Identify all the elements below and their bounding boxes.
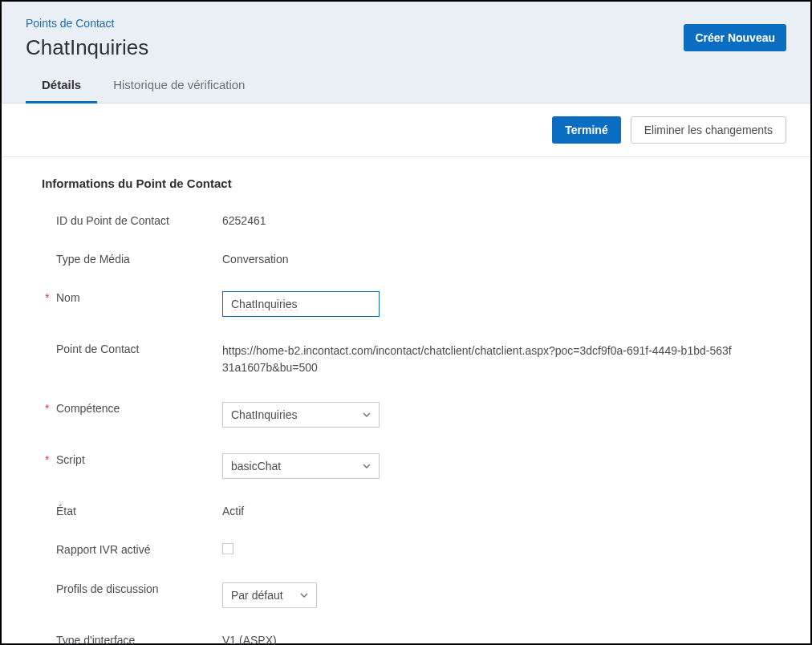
label-poc-url: Point de Contact xyxy=(42,339,222,355)
label-script: Script xyxy=(42,450,222,466)
chevron-down-icon xyxy=(363,464,371,469)
done-button[interactable]: Terminé xyxy=(552,116,620,144)
label-state: État xyxy=(42,501,222,517)
field-row-media-type: Type de Média Conversation xyxy=(42,249,770,266)
label-poc-id: ID du Point de Contact xyxy=(42,211,222,227)
field-row-interface: Type d'interface V1 (ASPX) xyxy=(42,631,770,645)
field-row-name: Nom xyxy=(42,288,770,317)
action-bar: Terminé Eliminer les changements xyxy=(2,103,810,157)
field-row-skill: Compétence ChatInquiries xyxy=(42,399,770,428)
label-interface: Type d'interface xyxy=(42,631,222,645)
skill-select[interactable]: ChatInquiries xyxy=(222,402,380,428)
value-media-type: Conversation xyxy=(222,249,736,266)
tab-details[interactable]: Détails xyxy=(26,68,97,103)
field-row-profile: Profils de discussion Par défaut xyxy=(42,579,770,608)
form-section: Informations du Point de Contact ID du P… xyxy=(2,157,810,645)
chevron-down-icon xyxy=(300,593,308,598)
label-ivr: Rapport IVR activé xyxy=(42,540,222,556)
profile-select[interactable]: Par défaut xyxy=(222,582,317,608)
breadcrumb-link[interactable]: Points de Contact xyxy=(26,17,115,30)
value-poc-url: https://home-b2.incontact.com/incontact/… xyxy=(222,339,736,376)
label-profile: Profils de discussion xyxy=(42,579,222,595)
label-media-type: Type de Média xyxy=(42,249,222,266)
script-select-value: basicChat xyxy=(231,460,281,473)
field-row-state: État Actif xyxy=(42,501,770,517)
script-select[interactable]: basicChat xyxy=(222,453,380,479)
field-row-script: Script basicChat xyxy=(42,450,770,479)
field-row-poc-id: ID du Point de Contact 6252461 xyxy=(42,211,770,227)
discard-button[interactable]: Eliminer les changements xyxy=(631,116,786,144)
page-header: Points de Contact ChatInquiries Créer No… xyxy=(2,2,810,68)
value-state: Actif xyxy=(222,501,736,517)
field-row-ivr: Rapport IVR activé xyxy=(42,540,770,557)
tab-bar: Détails Historique de vérification xyxy=(2,68,810,103)
label-name: Nom xyxy=(42,288,222,304)
skill-select-value: ChatInquiries xyxy=(231,408,298,421)
profile-select-value: Par défaut xyxy=(231,589,283,602)
create-new-button[interactable]: Créer Nouveau xyxy=(684,24,786,51)
field-row-poc-url: Point de Contact https://home-b2.inconta… xyxy=(42,339,770,376)
chevron-down-icon xyxy=(363,412,371,417)
value-poc-id: 6252461 xyxy=(222,211,736,227)
section-heading: Informations du Point de Contact xyxy=(42,176,770,190)
name-input[interactable] xyxy=(222,291,380,317)
label-skill: Compétence xyxy=(42,399,222,415)
value-interface: V1 (ASPX) xyxy=(222,631,736,645)
ivr-checkbox[interactable] xyxy=(222,543,233,554)
page-title: ChatInquiries xyxy=(26,35,786,60)
tab-audit-history[interactable]: Historique de vérification xyxy=(97,68,261,103)
